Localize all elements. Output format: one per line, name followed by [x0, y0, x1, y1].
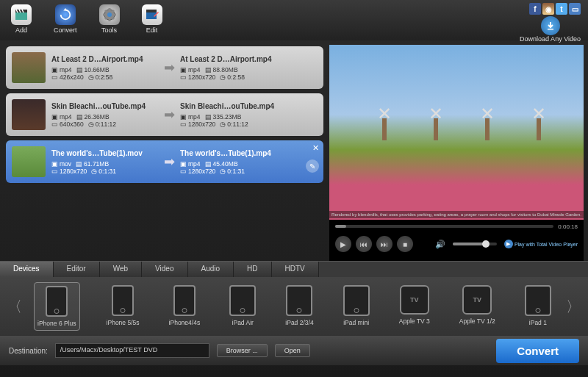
- tools-button[interactable]: Tools: [99, 4, 120, 36]
- device-label: Apple TV 3: [399, 317, 430, 325]
- device-iphone4-4s[interactable]: iPhone4/4s: [166, 282, 204, 331]
- tab-video[interactable]: Video: [142, 262, 187, 277]
- queue-item[interactable]: Skin Bleachi…ouTube.mp4 ▣ mp4▤ 26.36MB ▭…: [6, 93, 323, 136]
- bottom-bar: Destination: /Users/Macx/Desktop/TEST DV…: [0, 336, 588, 365]
- convert-tool-label: Convert: [54, 26, 77, 34]
- refresh-icon: [55, 4, 76, 25]
- download-label: Download Any Video: [520, 35, 581, 43]
- arrow-icon: ➡: [158, 60, 180, 76]
- clapperboard-icon: [11, 4, 32, 25]
- pencil-icon[interactable]: ✎: [306, 159, 319, 173]
- stop-button[interactable]: ■: [397, 236, 413, 252]
- tv-icon: TV: [462, 285, 492, 315]
- volume-slider[interactable]: [453, 243, 497, 245]
- device-label: Apple TV 1/2: [459, 317, 495, 325]
- source-filename: At Least 2 D…Airport.mp4: [51, 55, 158, 63]
- phone-icon: [112, 285, 134, 316]
- playback-controls: ▶ ⏮ ⏭ ■ 🔊 ▶Play with Total Video Player: [329, 233, 584, 255]
- device-ipad-mini[interactable]: iPad mini: [340, 282, 373, 331]
- tools-label: Tools: [101, 26, 117, 34]
- dest-filename: At Least 2 D…Airport.mp4: [180, 55, 287, 63]
- destination-label: Destination:: [9, 347, 48, 355]
- video-preview: Rendered by blendmills, that uses provid…: [329, 45, 584, 261]
- thumbnail: [12, 99, 46, 130]
- tab-devices[interactable]: Devices: [0, 262, 54, 277]
- device-ipad-air[interactable]: iPad Air: [226, 282, 259, 331]
- browse-button[interactable]: Browser ...: [217, 344, 268, 357]
- tab-hdtv[interactable]: HDTV: [272, 262, 319, 277]
- size-icon: ▤ 10.66MB: [76, 66, 110, 73]
- close-icon[interactable]: ✕: [312, 143, 319, 153]
- device-apple-tv-1-2[interactable]: TVApple TV 1/2: [456, 282, 498, 331]
- tablet-icon: [343, 285, 370, 316]
- next-arrow-icon[interactable]: 〉: [566, 297, 581, 317]
- tab-audio[interactable]: Audio: [188, 262, 234, 277]
- tablet-icon: [229, 285, 256, 316]
- device-label: iPhone 6 Plus: [37, 320, 76, 327]
- device-ipad-2-3-4[interactable]: iPad 2/3/4: [282, 282, 316, 331]
- phone-icon: [173, 285, 196, 316]
- twitter-icon[interactable]: t: [556, 3, 567, 15]
- gear-icon: [99, 4, 120, 25]
- prev-button[interactable]: ⏮: [356, 236, 372, 252]
- arrow-icon: ➡: [158, 154, 180, 170]
- download-video-button[interactable]: Download Any Video: [520, 16, 581, 43]
- svg-rect-6: [548, 29, 553, 30]
- queue-item-selected[interactable]: The world's…Tube(1).mov ▣ mov▤ 61.71MB ▭…: [6, 140, 323, 183]
- tab-web[interactable]: Web: [100, 262, 142, 277]
- tab-editor[interactable]: Editor: [54, 262, 100, 277]
- device-label: iPhone4/4s: [169, 319, 201, 326]
- conversion-queue: At Least 2 D…Airport.mp4 ▣ mp4▤ 10.66MB …: [0, 40, 329, 261]
- chat-icon[interactable]: ▭: [569, 3, 581, 15]
- source-filename: The world's…Tube(1).mov: [51, 149, 158, 157]
- tab-hd[interactable]: HD: [234, 262, 271, 277]
- device-label: iPhone 5/5s: [107, 319, 140, 326]
- instagram-icon[interactable]: ◉: [542, 3, 554, 15]
- dest-filename: Skin Bleachi…ouTube.mp4: [180, 102, 287, 110]
- play-with-link[interactable]: ▶Play with Total Video Player: [504, 240, 578, 248]
- source-filename: Skin Bleachi…ouTube.mp4: [51, 102, 158, 110]
- main-area: At Least 2 D…Airport.mp4 ▣ mp4▤ 10.66MB …: [0, 40, 588, 261]
- queue-item[interactable]: At Least 2 D…Airport.mp4 ▣ mp4▤ 10.66MB …: [6, 46, 323, 89]
- add-button[interactable]: Add: [11, 4, 32, 36]
- device-ipad-1[interactable]: iPad 1: [522, 282, 554, 331]
- play-button[interactable]: ▶: [335, 236, 351, 252]
- tablet-icon: [525, 285, 551, 316]
- devices-panel: 〈 iPhone 6 PlusiPhone 5/5siPhone4/4siPad…: [0, 277, 588, 336]
- edit-label: Edit: [146, 26, 158, 34]
- scrubber[interactable]: 0:00:18: [329, 220, 584, 233]
- convert-button[interactable]: Convert: [496, 339, 579, 363]
- duration-icon: ◷ 0:2:58: [88, 73, 113, 81]
- edit-button[interactable]: Edit: [142, 4, 162, 36]
- open-button[interactable]: Open: [275, 344, 310, 357]
- svg-point-3: [107, 12, 112, 17]
- convert-tool-button[interactable]: Convert: [54, 4, 77, 36]
- device-iphone-6-plus[interactable]: iPhone 6 Plus: [34, 282, 79, 331]
- tv-icon: TV: [400, 285, 429, 315]
- time-display: 0:00:18: [558, 223, 578, 230]
- device-iphone-5-5s[interactable]: iPhone 5/5s: [104, 282, 143, 331]
- device-label: iPad 2/3/4: [285, 319, 313, 326]
- add-label: Add: [15, 26, 27, 34]
- device-label: iPad mini: [343, 319, 369, 326]
- volume-icon[interactable]: 🔊: [435, 240, 445, 249]
- arrow-icon: ➡: [158, 107, 180, 123]
- thumbnail: [12, 146, 46, 177]
- destination-path[interactable]: /Users/Macx/Desktop/TEST DVD: [55, 343, 209, 358]
- next-button[interactable]: ⏭: [376, 236, 392, 252]
- device-label: iPad Air: [232, 319, 254, 326]
- prev-arrow-icon[interactable]: 〈: [7, 297, 22, 317]
- phone-icon: [46, 286, 68, 317]
- device-apple-tv-3[interactable]: TVApple TV 3: [396, 282, 433, 331]
- preview-caption: Rendered by blendmills, that uses provid…: [329, 211, 584, 218]
- svg-rect-0: [15, 12, 27, 20]
- device-label: iPad 1: [529, 319, 547, 326]
- svg-rect-5: [146, 10, 157, 12]
- facebook-icon[interactable]: f: [529, 3, 541, 15]
- main-toolbar: Add Convert Tools Edit f ◉ t ▭ Download …: [0, 0, 588, 40]
- social-icons: f ◉ t ▭: [529, 3, 581, 15]
- download-icon: [541, 16, 560, 35]
- tablet-icon: [286, 285, 312, 316]
- dest-filename: The world's…Tube(1).mp4: [180, 149, 287, 157]
- preview-frame[interactable]: Rendered by blendmills, that uses provid…: [329, 45, 584, 220]
